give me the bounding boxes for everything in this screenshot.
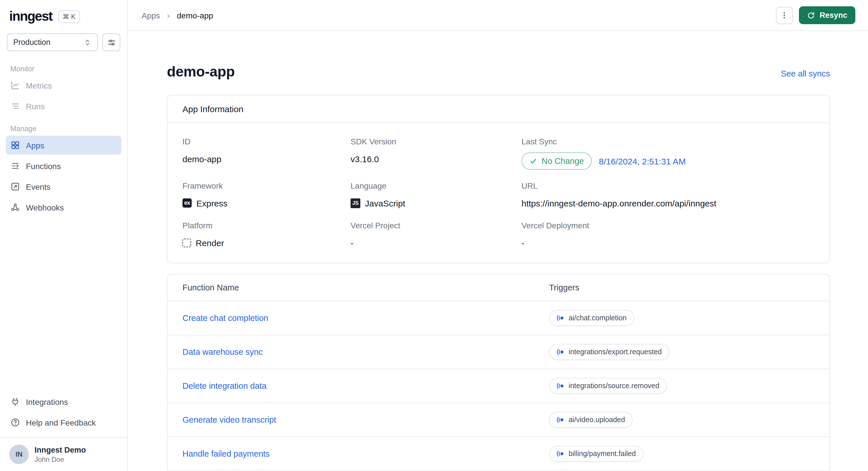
last-sync-timestamp[interactable]: 8/16/2024, 2:51:31 AM bbox=[599, 156, 686, 166]
trigger-name: billing/payment.failed bbox=[569, 450, 636, 458]
inngest-logo[interactable]: inngest bbox=[9, 9, 52, 24]
resync-button[interactable]: Resync bbox=[799, 6, 855, 24]
sidebar-item-events[interactable]: Events bbox=[6, 177, 121, 196]
avatar: IN bbox=[9, 444, 29, 464]
events-icon bbox=[10, 182, 20, 192]
trigger-name: ai/video.uploaded bbox=[569, 416, 625, 424]
trigger-pill: billing/payment.failed bbox=[549, 446, 644, 462]
field-label: SDK Version bbox=[350, 137, 515, 146]
sidebar-item-functions[interactable]: Functions bbox=[6, 157, 121, 175]
nav-section-monitor: Monitor bbox=[10, 65, 117, 73]
webhooks-icon bbox=[10, 202, 20, 212]
more-options-button[interactable] bbox=[776, 7, 793, 24]
framework-value: ex Express bbox=[183, 197, 344, 209]
field-platform: Platform Render bbox=[183, 209, 344, 249]
trigger-pill: integrations/source.removed bbox=[549, 378, 667, 394]
field-value: - bbox=[350, 236, 515, 249]
sidebar-item-help[interactable]: Help and Feedback bbox=[6, 413, 121, 432]
see-all-syncs-link[interactable]: See all syncs bbox=[781, 69, 830, 78]
platform-name: Render bbox=[196, 238, 224, 247]
kebab-icon bbox=[780, 11, 789, 20]
sliders-icon bbox=[107, 38, 116, 47]
function-link[interactable]: Data warehouse sync bbox=[183, 347, 263, 357]
event-pulse-icon bbox=[557, 450, 565, 458]
field-language: Language JS JavaScript bbox=[350, 170, 515, 209]
trigger-name: integrations/export.requested bbox=[569, 348, 662, 356]
app-information-card: App Information ID demo-app SDK Version … bbox=[167, 95, 830, 263]
column-triggers: Triggers bbox=[549, 283, 814, 292]
sidebar-item-webhooks[interactable]: Webhooks bbox=[6, 198, 121, 217]
event-pulse-icon bbox=[557, 348, 565, 356]
sidebar-item-integrations[interactable]: Integrations bbox=[6, 392, 121, 411]
page-title: demo-app bbox=[167, 63, 235, 80]
functions-table-header: Function Name Triggers bbox=[167, 274, 830, 301]
environment-select-value: Production bbox=[13, 38, 50, 46]
user-menu[interactable]: IN Inngest Demo John Doe bbox=[0, 437, 127, 471]
field-id: ID demo-app bbox=[183, 125, 344, 170]
topbar: Apps › demo-app Resync bbox=[128, 0, 868, 31]
sidebar-item-label: Runs bbox=[26, 101, 44, 111]
language-value: JS JavaScript bbox=[350, 197, 515, 209]
logo-row: inngest ⌘ K bbox=[0, 0, 127, 29]
sidebar-item-label: Integrations bbox=[26, 397, 68, 406]
environment-settings-button[interactable] bbox=[102, 33, 120, 51]
topbar-actions: Resync bbox=[776, 6, 855, 24]
table-row: Handle failed payments billing/payment.f… bbox=[167, 437, 830, 470]
chevron-right-icon: › bbox=[167, 11, 170, 20]
trigger-pill: ai/chat.completion bbox=[549, 310, 634, 326]
express-icon: ex bbox=[183, 198, 192, 208]
functions-card: Function Name Triggers Create chat compl… bbox=[167, 274, 830, 471]
help-circle-icon bbox=[10, 417, 20, 427]
main: Apps › demo-app Resync bbox=[128, 0, 868, 471]
field-value: - bbox=[522, 236, 814, 249]
breadcrumb-apps[interactable]: Apps bbox=[142, 11, 160, 20]
function-link[interactable]: Delete integration data bbox=[183, 381, 267, 391]
url-value: https://inngest-demo-app.onrender.com/ap… bbox=[522, 197, 814, 209]
platform-value: Render bbox=[183, 236, 344, 249]
apps-grid-icon bbox=[10, 140, 20, 150]
field-vercel-deployment: Vercel Deployment - bbox=[522, 209, 814, 249]
framework-name: Express bbox=[196, 198, 227, 208]
sidebar-item-metrics[interactable]: Metrics bbox=[6, 76, 121, 95]
trigger-pill: ai/video.uploaded bbox=[549, 412, 632, 428]
field-value: v3.16.0 bbox=[350, 153, 515, 165]
sidebar-item-runs[interactable]: Runs bbox=[6, 97, 121, 115]
sidebar-item-apps[interactable]: Apps bbox=[6, 136, 121, 155]
field-vercel-project: Vercel Project - bbox=[350, 209, 515, 249]
sidebar: inngest ⌘ K Production Monitor bbox=[0, 0, 128, 471]
runs-list-icon bbox=[10, 101, 20, 111]
breadcrumb-current: demo-app bbox=[177, 11, 213, 20]
app-root: inngest ⌘ K Production Monitor bbox=[0, 0, 868, 471]
user-name: Inngest Demo bbox=[34, 445, 86, 454]
field-label: Last Sync bbox=[522, 137, 814, 146]
table-row: Data warehouse sync integrations/export.… bbox=[167, 335, 830, 369]
function-link[interactable]: Generate video transcript bbox=[183, 415, 276, 425]
app-information-title: App Information bbox=[167, 96, 830, 123]
function-link[interactable]: Create chat completion bbox=[183, 313, 268, 323]
field-label: Vercel Deployment bbox=[522, 221, 814, 230]
field-url: URL https://inngest-demo-app.onrender.co… bbox=[522, 170, 814, 209]
function-link[interactable]: Handle failed payments bbox=[183, 449, 270, 458]
field-label: Language bbox=[350, 181, 515, 190]
sidebar-footer: Integrations Help and Feedback bbox=[0, 389, 127, 437]
column-function-name: Function Name bbox=[183, 283, 549, 292]
environment-select[interactable]: Production bbox=[7, 33, 98, 51]
table-row: Create chat completion ai/chat.completio… bbox=[167, 301, 830, 335]
event-pulse-icon bbox=[557, 416, 565, 424]
last-sync-value: No Change 8/16/2024, 2:51:31 AM bbox=[522, 153, 814, 170]
sidebar-nav: Monitor Metrics Runs Manage Apps bbox=[0, 55, 127, 389]
trigger-name: ai/chat.completion bbox=[569, 314, 627, 322]
language-name: JavaScript bbox=[365, 198, 405, 208]
sidebar-item-label: Apps bbox=[26, 141, 44, 150]
sidebar-item-label: Metrics bbox=[26, 81, 52, 90]
javascript-icon: JS bbox=[350, 198, 360, 208]
event-pulse-icon bbox=[557, 314, 565, 322]
breadcrumb: Apps › demo-app bbox=[142, 11, 213, 20]
trigger-pill: integrations/export.requested bbox=[549, 344, 670, 360]
field-last-sync: Last Sync No Change 8/16/2024, 2:51:31 A… bbox=[522, 125, 814, 170]
sidebar-item-label: Events bbox=[26, 182, 51, 191]
resync-label: Resync bbox=[820, 11, 847, 20]
chevron-up-down-icon bbox=[84, 38, 92, 46]
sidebar-item-label: Help and Feedback bbox=[26, 418, 96, 427]
field-label: URL bbox=[522, 181, 814, 190]
